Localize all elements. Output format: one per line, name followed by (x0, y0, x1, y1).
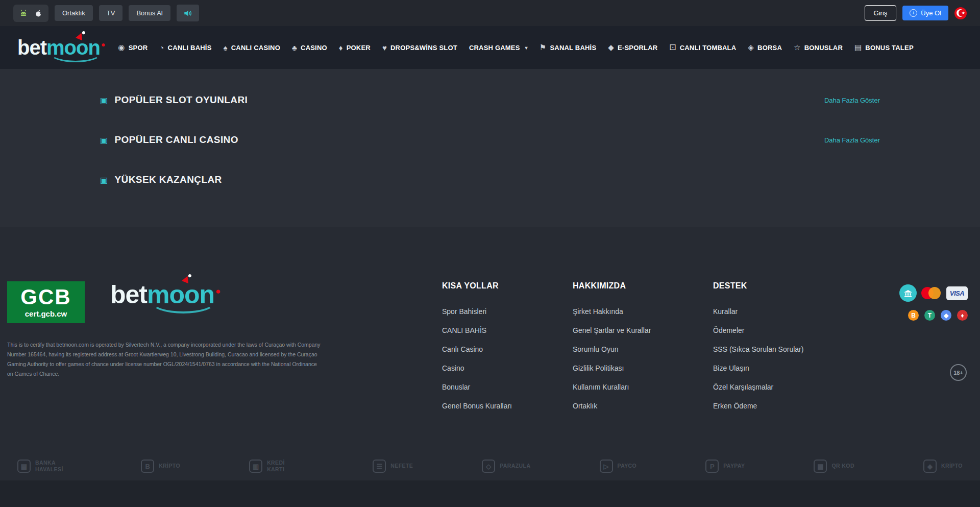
footer-column-support: DESTEK Kurallar Ödemeler SSS (Sıkca Soru… (713, 281, 803, 421)
footer-link-gizlilik-politikasi[interactable]: Gizlilik Politikası (573, 364, 651, 372)
nefete-logo-icon: ☰ (373, 460, 386, 473)
nav-item-canli-tombala[interactable]: ⚀ CANLI TOMBALA (669, 43, 736, 52)
main-content: ▣ POPÜLER SLOT OYUNLARI Daha Fazla Göste… (0, 69, 980, 227)
nav-label: BORSA (757, 44, 782, 52)
high-wins-section-icon: ▣ (100, 175, 108, 185)
sound-button[interactable] (177, 5, 199, 21)
nav-label: BONUSLAR (804, 44, 843, 52)
nav-item-bonus-talep[interactable]: ▤ BONUS TALEP (854, 43, 914, 52)
nav-item-drops-wins-slot[interactable]: ♥ DROPS&WİNS SLOT (382, 43, 457, 52)
payment-icons-row2: B T ◆ ♦ (899, 310, 968, 321)
slots-section-icon: ▣ (100, 95, 108, 105)
tombala-icon: ⚀ (669, 43, 676, 52)
signup-label: Üye Ol (921, 9, 941, 17)
footer-link-sirket-hakkinda[interactable]: Şirket Hakkında (573, 307, 651, 316)
nav-label: CANLI CASINO (231, 44, 280, 52)
footer-link-bonuslar[interactable]: Bonuslar (442, 383, 512, 391)
spade-icon: ♠ (224, 43, 228, 52)
paypay-logo-icon: P (705, 460, 719, 473)
gcb-certificate-badge[interactable]: GCB cert.gcb.cw (7, 281, 85, 323)
section-popular-live-casino: ▣ POPÜLER CANLI CASINO Daha Fazla Göster (100, 120, 880, 160)
footer-link-erken-odeme[interactable]: Erken Ödeme (713, 402, 803, 410)
payment-payco[interactable]: ▷ PAYCO (600, 460, 637, 473)
footer-column-title: KISA YOLLAR (442, 281, 512, 291)
gcb-subtitle: cert.gcb.cw (25, 309, 67, 318)
nav-label: CASINO (301, 44, 327, 52)
lock-icon: ◈ (748, 43, 754, 52)
footer-link-ozel-karsilasmalar[interactable]: Özel Karşılaşmalar (713, 383, 803, 391)
section-heading: POPÜLER SLOT OYUNLARI (115, 94, 248, 106)
bank-transfer-icon (899, 284, 917, 302)
footer-link-canli-casino[interactable]: Canlı Casino (442, 345, 512, 353)
footer-link-canli-bahis[interactable]: CANLI BAHİS (442, 326, 512, 334)
payment-label: BANKA HAVALESİ (35, 460, 72, 473)
footer-betmoon-logo[interactable]: betmoon● (110, 280, 220, 309)
footer-link-sss[interactable]: SSS (Sıkca Sorulan Sorular) (713, 345, 803, 353)
footer: GCB cert.gcb.cw betmoon● This is to cert… (0, 227, 980, 507)
visa-icon: VISA (946, 286, 968, 300)
payment-kredi-karti[interactable]: ▥ KREDİ KARTI (249, 460, 304, 473)
nav-item-crash-games[interactable]: CRASH GAMES ▾ (469, 44, 528, 52)
ortaklik-button[interactable]: Ortaklık (55, 5, 93, 21)
betmoon-logo[interactable]: betmoon● (17, 36, 105, 59)
gcb-title: GCB (20, 286, 71, 308)
signup-button[interactable]: + Üye Ol (902, 6, 948, 20)
nav-item-poker[interactable]: ♦ POKER (339, 43, 371, 52)
footer-link-bize-ulasin[interactable]: Bize Ulaşın (713, 364, 803, 372)
payment-kripto-2[interactable]: ◈ KRİPTO (923, 460, 963, 473)
show-more-link[interactable]: Daha Fazla Göster (824, 96, 880, 104)
gift-icon: ☆ (794, 43, 801, 52)
footer-column-about: HAKKIMIZDA Şirket Hakkında Genel Şartlar… (573, 281, 651, 421)
payment-label: KREDİ KARTI (267, 460, 304, 473)
nav-item-canli-casino[interactable]: ♠ CANLI CASINO (224, 43, 280, 52)
login-button[interactable]: Giriş (865, 5, 897, 21)
payment-label: KRİPTO (159, 463, 180, 469)
nav-item-sanal-bahis[interactable]: ⚑ SANAL BAHİS (540, 43, 596, 52)
footer-link-kurallar[interactable]: Kurallar (713, 307, 803, 316)
apple-icon (34, 9, 43, 18)
payment-label: PARAZULA (500, 463, 530, 469)
turkish-flag-icon[interactable]: ★ (954, 7, 967, 19)
footer-link-sorumlu-oyun[interactable]: Sorumlu Oyun (573, 345, 651, 353)
nav-item-casino[interactable]: ♣ CASINO (292, 43, 327, 52)
section-title: ▣ POPÜLER SLOT OYUNLARI (100, 94, 248, 106)
tv-button[interactable]: TV (99, 5, 123, 21)
footer-link-casino[interactable]: Casino (442, 364, 512, 372)
payment-methods-strip: ▤ BANKA HAVALESİ B KRİPTO ▥ KREDİ KARTI … (0, 455, 980, 477)
footer-link-genel-bonus-kurallari[interactable]: Genel Bonus Kuralları (442, 402, 512, 410)
payment-label: NEFETE (390, 463, 413, 469)
nav-label: CRASH GAMES (469, 44, 520, 52)
footer-link-kullanim-kurallari[interactable]: Kullanım Kuralları (573, 383, 651, 391)
bank-icon (903, 288, 913, 298)
payment-banka-havalesi[interactable]: ▤ BANKA HAVALESİ (17, 460, 72, 473)
payco-logo-icon: ▷ (600, 460, 613, 473)
nav-item-borsa[interactable]: ◈ BORSA (748, 43, 782, 52)
payment-label: PAYCO (618, 463, 637, 469)
payment-icons-row1: VISA (899, 284, 968, 302)
payment-label: QR KOD (831, 463, 854, 469)
payment-paypay[interactable]: P PAYPAY (705, 460, 745, 473)
payment-parazula[interactable]: ◇ PARAZULA (482, 460, 530, 473)
nav-label: SPOR (129, 44, 148, 52)
bonus-al-button[interactable]: Bonus Al (129, 5, 170, 21)
payment-method-icons: VISA B T ◆ ♦ (899, 284, 968, 321)
section-heading: POPÜLER CANLI CASINO (115, 134, 238, 146)
footer-link-spor-bahisleri[interactable]: Spor Bahisleri (442, 307, 512, 316)
footer-link-ortaklik[interactable]: Ortaklık (573, 402, 651, 410)
payment-kripto-1[interactable]: B KRİPTO (141, 460, 180, 473)
section-title: ▣ YÜKSEK KAZANÇLAR (100, 174, 222, 185)
speaker-icon (183, 9, 193, 18)
nav-item-canli-bahis[interactable]: ◔ CANLI BAHİS (159, 43, 211, 52)
nav-label: CANLI TOMBALA (680, 44, 737, 52)
nav-item-bonuslar[interactable]: ☆ BONUSLAR (794, 43, 843, 52)
payment-label: PAYPAY (723, 463, 745, 469)
nav-item-spor[interactable]: ◉ SPOR (118, 43, 148, 52)
payment-nefete[interactable]: ☰ NEFETE (373, 460, 413, 473)
payment-qr-kod[interactable]: ▦ QR KOD (814, 460, 854, 473)
bank-transfer-logo-icon: ▤ (17, 460, 31, 473)
show-more-link[interactable]: Daha Fazla Göster (824, 136, 880, 144)
nav-item-e-sporlar[interactable]: ◆ E-SPORLAR (608, 43, 657, 52)
footer-link-odemeler[interactable]: Ödemeler (713, 326, 803, 334)
app-store-badges[interactable] (13, 5, 48, 22)
footer-link-genel-sartlar[interactable]: Genel Şartlar ve Kurallar (573, 326, 651, 334)
